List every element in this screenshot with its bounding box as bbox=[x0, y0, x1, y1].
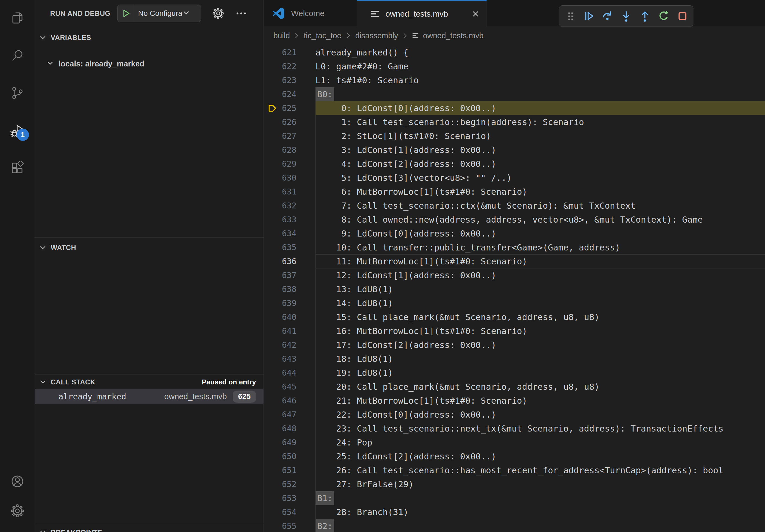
line-number-638[interactable]: 638 bbox=[264, 282, 316, 296]
code-line-626[interactable]: 626 1: Call test_scenario::begin(address… bbox=[264, 115, 765, 129]
manage-icon[interactable] bbox=[9, 502, 26, 519]
breadcrumb-item-build[interactable]: build bbox=[274, 31, 290, 40]
code-line-628[interactable]: 628 3: LdConst[1](address: 0x00..) bbox=[264, 143, 765, 157]
source-control-icon[interactable] bbox=[9, 85, 26, 101]
code-line-639[interactable]: 639 14: LdU8(1) bbox=[264, 296, 765, 310]
line-number-636[interactable]: 636 bbox=[264, 254, 316, 268]
line-number-649[interactable]: 649 bbox=[264, 435, 316, 449]
line-number-623[interactable]: 623 bbox=[264, 73, 316, 87]
code-line-630[interactable]: 630 5: LdConst[3](vector<u8>: "" /..) bbox=[264, 171, 765, 185]
code-line-650[interactable]: 650 25: LdConst[2](address: 0x00..) bbox=[264, 449, 765, 463]
code-line-624[interactable]: 624B0: bbox=[264, 87, 765, 101]
more-actions-icon[interactable] bbox=[235, 8, 247, 19]
code-line-625[interactable]: 625 0: LdConst[0](address: 0x00..) bbox=[264, 101, 765, 115]
code-line-641[interactable]: 641 16: MutBorrowLoc[1](ts#1#0: Scenario… bbox=[264, 324, 765, 338]
continue-button[interactable] bbox=[581, 8, 596, 24]
code-line-655[interactable]: 655B2: bbox=[264, 519, 765, 532]
line-number-622[interactable]: 622 bbox=[264, 60, 316, 73]
code-line-653[interactable]: 653B1: bbox=[264, 491, 765, 505]
code-line-633[interactable]: 633 8: Call owned::new(address, address,… bbox=[264, 213, 765, 227]
code-line-623[interactable]: 623L1: ts#1#0: Scenario bbox=[264, 73, 765, 87]
line-number-655[interactable]: 655 bbox=[264, 519, 316, 532]
drag-grip-handle[interactable] bbox=[562, 8, 577, 24]
code-line-647[interactable]: 647 22: LdConst[0](address: 0x00..) bbox=[264, 408, 765, 421]
line-number-643[interactable]: 643 bbox=[264, 352, 316, 366]
call-stack-section-header[interactable]: CALL STACK Paused on entry bbox=[35, 375, 264, 387]
line-number-628[interactable]: 628 bbox=[264, 143, 316, 157]
breadcrumb-item-tic_tac_toe[interactable]: tic_tac_toe bbox=[304, 31, 341, 40]
line-number-652[interactable]: 652 bbox=[264, 477, 316, 491]
code-line-635[interactable]: 635 10: Call transfer::public_transfer<G… bbox=[264, 241, 765, 254]
line-number-648[interactable]: 648 bbox=[264, 421, 316, 435]
line-number-629[interactable]: 629 bbox=[264, 157, 316, 171]
code-editor[interactable]: 621already_marked() {622L0: game#2#0: Ga… bbox=[264, 45, 765, 532]
breakpoints-section-header[interactable]: BREAKPOINTS bbox=[35, 523, 264, 532]
search-icon[interactable] bbox=[9, 47, 26, 64]
code-line-631[interactable]: 631 6: MutBorrowLoc[1](ts#1#0: Scenario) bbox=[264, 185, 765, 199]
line-number-621[interactable]: 621 bbox=[264, 46, 316, 60]
step-out-button[interactable] bbox=[637, 8, 652, 24]
code-line-621[interactable]: 621already_marked() { bbox=[264, 46, 765, 60]
line-number-632[interactable]: 632 bbox=[264, 199, 316, 213]
code-line-637[interactable]: 637 12: LdConst[1](address: 0x00..) bbox=[264, 268, 765, 282]
stop-button[interactable] bbox=[675, 8, 690, 24]
variables-section-header[interactable]: VARIABLES bbox=[35, 27, 264, 43]
step-over-button[interactable] bbox=[600, 8, 615, 24]
line-number-647[interactable]: 647 bbox=[264, 408, 316, 421]
debug-settings-gear-icon[interactable] bbox=[212, 8, 224, 19]
code-line-645[interactable]: 645 20: Call place_mark(&mut Scenario, a… bbox=[264, 380, 765, 394]
run-and-debug-icon[interactable]: 1 bbox=[9, 122, 26, 139]
code-line-643[interactable]: 643 18: LdU8(1) bbox=[264, 352, 765, 366]
code-line-649[interactable]: 649 24: Pop bbox=[264, 435, 765, 449]
code-line-627[interactable]: 627 2: StLoc[1](ts#1#0: Scenario) bbox=[264, 129, 765, 143]
line-number-624[interactable]: 624 bbox=[264, 87, 316, 101]
restart-button[interactable] bbox=[656, 8, 671, 24]
line-number-650[interactable]: 650 bbox=[264, 449, 316, 463]
variables-scope-locals[interactable]: locals: already_marked bbox=[35, 56, 264, 72]
watch-section-header[interactable]: WATCH bbox=[35, 238, 264, 254]
accounts-icon[interactable] bbox=[9, 473, 26, 490]
line-number-634[interactable]: 634 bbox=[264, 227, 316, 241]
code-line-638[interactable]: 638 13: LdU8(1) bbox=[264, 282, 765, 296]
tab-owned-tests-mvb[interactable]: owned_tests.mvb bbox=[357, 0, 487, 27]
line-number-654[interactable]: 654 bbox=[264, 505, 316, 519]
breadcrumb-item-owned_tests.mvb[interactable]: owned_tests.mvb bbox=[423, 31, 483, 40]
code-line-652[interactable]: 652 27: BrFalse(29) bbox=[264, 477, 765, 491]
line-number-641[interactable]: 641 bbox=[264, 324, 316, 338]
line-number-627[interactable]: 627 bbox=[264, 129, 316, 143]
line-number-651[interactable]: 651 bbox=[264, 463, 316, 477]
line-number-633[interactable]: 633 bbox=[264, 213, 316, 227]
code-line-636[interactable]: 636 11: MutBorrowLoc[1](ts#1#0: Scenario… bbox=[264, 254, 765, 268]
line-number-644[interactable]: 644 bbox=[264, 366, 316, 380]
code-line-632[interactable]: 632 7: Call test_scenario::ctx(&mut Scen… bbox=[264, 199, 765, 213]
code-line-644[interactable]: 644 19: LdU8(1) bbox=[264, 366, 765, 380]
code-line-629[interactable]: 629 4: LdConst[2](address: 0x00..) bbox=[264, 157, 765, 171]
debug-config-dropdown[interactable]: No Configura bbox=[117, 5, 201, 22]
code-line-634[interactable]: 634 9: LdConst[0](address: 0x00..) bbox=[264, 227, 765, 241]
code-line-640[interactable]: 640 15: Call place_mark(&mut Scenario, a… bbox=[264, 310, 765, 324]
code-line-646[interactable]: 646 21: MutBorrowLoc[1](ts#1#0: Scenario… bbox=[264, 394, 765, 408]
line-number-625[interactable]: 625 bbox=[264, 101, 316, 115]
code-line-622[interactable]: 622L0: game#2#0: Game bbox=[264, 60, 765, 73]
line-number-653[interactable]: 653 bbox=[264, 491, 316, 505]
line-number-637[interactable]: 637 bbox=[264, 268, 316, 282]
step-into-button[interactable] bbox=[619, 8, 634, 24]
code-line-648[interactable]: 648 23: Call test_scenario::next_tx(&mut… bbox=[264, 421, 765, 435]
code-line-651[interactable]: 651 26: Call test_scenario::has_most_rec… bbox=[264, 463, 765, 477]
close-tab-icon[interactable] bbox=[471, 10, 479, 18]
line-number-626[interactable]: 626 bbox=[264, 115, 316, 129]
code-line-642[interactable]: 642 17: LdConst[2](address: 0x00..) bbox=[264, 338, 765, 352]
extensions-icon[interactable] bbox=[9, 160, 26, 176]
breadcrumb-item-disassembly[interactable]: disassembly bbox=[356, 31, 398, 40]
explorer-icon[interactable] bbox=[9, 10, 26, 26]
line-number-631[interactable]: 631 bbox=[264, 185, 316, 199]
line-number-630[interactable]: 630 bbox=[264, 171, 316, 185]
call-stack-frame[interactable]: already_marked owned_tests.mvb 625 bbox=[35, 389, 264, 404]
line-number-640[interactable]: 640 bbox=[264, 310, 316, 324]
line-number-646[interactable]: 646 bbox=[264, 394, 316, 408]
start-debug-button[interactable] bbox=[118, 5, 134, 22]
tab-welcome[interactable]: Welcome bbox=[264, 0, 357, 27]
line-number-642[interactable]: 642 bbox=[264, 338, 316, 352]
line-number-635[interactable]: 635 bbox=[264, 241, 316, 254]
line-number-645[interactable]: 645 bbox=[264, 380, 316, 394]
